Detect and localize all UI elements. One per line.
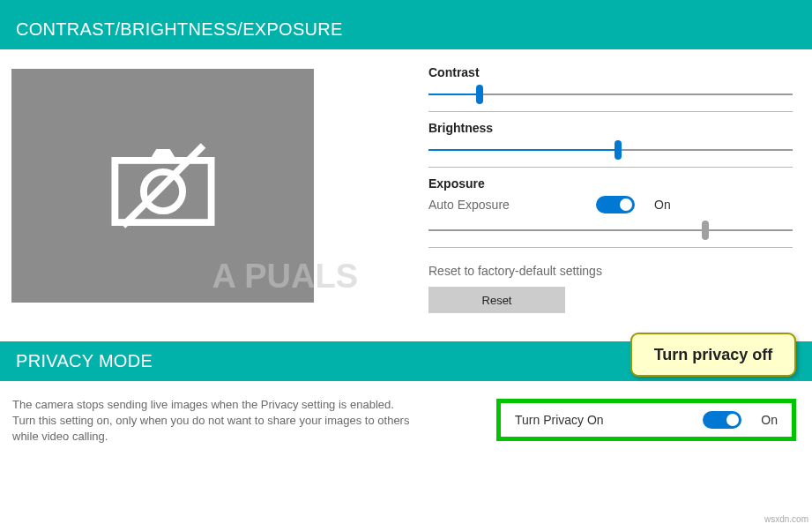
privacy-body: The camera stops sending live images whe… — [0, 381, 812, 450]
exposure-label: Exposure — [428, 176, 793, 191]
privacy-description: The camera stops sending live images whe… — [12, 397, 418, 445]
brightness-slider[interactable] — [428, 140, 793, 160]
svg-point-2 — [143, 172, 182, 211]
no-camera-icon — [106, 139, 220, 232]
auto-exposure-state: On — [654, 198, 671, 212]
brightness-label: Brightness — [428, 121, 793, 135]
contrast-brightness-body: A PUALS Contrast Brightness Exposure Aut… — [0, 49, 812, 333]
exposure-group: Exposure Auto Exposure On — [428, 168, 793, 248]
section-header-contrast: CONTRAST/BRIGHTNESS/EXPOSURE — [0, 10, 812, 49]
camera-preview: A PUALS — [11, 69, 314, 303]
privacy-highlight-box: Turn Privacy On On — [496, 399, 796, 441]
privacy-tooltip: Turn privacy off — [630, 333, 796, 377]
turn-privacy-on-label: Turn Privacy On — [515, 413, 656, 427]
reset-button[interactable]: Reset — [428, 287, 565, 313]
contrast-label: Contrast — [428, 65, 793, 79]
brightness-group: Brightness — [428, 112, 793, 168]
privacy-state: On — [761, 413, 778, 427]
preview-wrap: A PUALS — [0, 49, 314, 333]
auto-exposure-label: Auto Exposure — [428, 198, 596, 212]
controls-column: Contrast Brightness Exposure Auto Exposu… — [314, 49, 812, 333]
exposure-slider — [428, 221, 793, 240]
auto-exposure-toggle[interactable] — [596, 196, 635, 213]
privacy-toggle[interactable] — [703, 411, 741, 429]
contrast-group: Contrast — [428, 65, 793, 112]
top-strip — [0, 0, 812, 10]
contrast-slider[interactable] — [428, 85, 793, 104]
reset-label: Reset to factory-default settings — [428, 264, 793, 278]
svg-marker-1 — [149, 149, 176, 161]
reset-block: Reset to factory-default settings Reset — [428, 248, 793, 313]
